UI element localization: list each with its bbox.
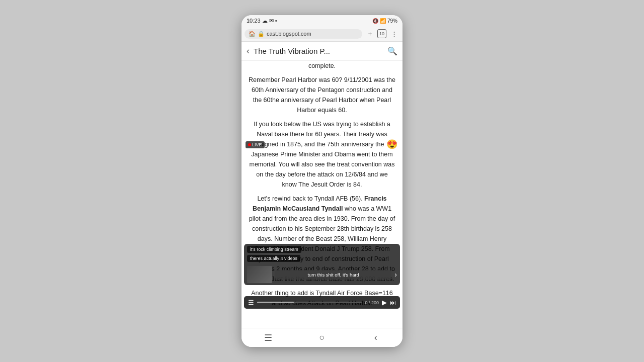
back-button[interactable]: ‹ [247, 46, 250, 56]
new-tab-button[interactable]: ＋ [364, 28, 375, 39]
url-text: cast.blogspot.com [267, 31, 311, 37]
media-player: ☰ 0 / 200 ▶ ⏭ [244, 296, 400, 309]
article-para2: Remember Pearl Harbor was 60? 9/11/2001 … [249, 75, 395, 115]
status-time: 10:23 [247, 18, 261, 24]
nav-home-icon: ○ [319, 332, 325, 343]
player-play-button[interactable]: ▶ [382, 299, 387, 306]
progress-bar[interactable] [257, 302, 362, 303]
live-badge: LIVE [246, 141, 265, 148]
nav-back-button[interactable]: ‹ [366, 330, 386, 345]
video-overlay: it's rock climbing stream theres actuall… [244, 244, 400, 285]
live-dot [248, 143, 251, 146]
page-title: The Truth Vibration P... [254, 47, 383, 55]
nav-back-icon: ‹ [374, 332, 377, 343]
video-thumbnail [247, 266, 272, 283]
nav-menu-button[interactable]: ☰ [258, 330, 278, 345]
phone-frame: 10:23 ☁ ✉ • 🔇 📶 79% 🏠 🔒 cast.blogspot.co… [242, 15, 403, 347]
player-controls: ☰ 0 / 200 ▶ ⏭ [248, 299, 396, 306]
search-button[interactable]: 🔍 [387, 46, 397, 56]
tabs-count[interactable]: 10 [377, 29, 386, 38]
video-tag2: theres actually 4 videos [247, 255, 300, 262]
url-bar[interactable]: 🏠 🔒 cast.blogspot.com [245, 29, 362, 39]
lock-icon: 🔒 [258, 31, 265, 37]
article-para1: complete. [249, 61, 395, 71]
bottom-nav: ☰ ○ ‹ [242, 328, 403, 347]
page-header: ‹ The Truth Vibration P... 🔍 [242, 42, 403, 61]
home-icon: 🏠 [249, 31, 256, 37]
video-cta[interactable]: turn this shit off, it's hard [275, 270, 391, 280]
live-label: LIVE [252, 142, 262, 147]
player-end-button[interactable]: ⏭ [390, 299, 396, 306]
video-info: turn this shit off, it's hard [275, 270, 391, 280]
content-area: complete. Remember Pearl Harbor was 60? … [242, 61, 403, 328]
progress-fill [257, 302, 294, 303]
video-next-button[interactable]: › [394, 270, 397, 279]
battery-text: 79% [387, 18, 397, 24]
status-left: 10:23 ☁ ✉ • [247, 18, 277, 24]
article-para3: If you look below the US was trying to e… [249, 119, 395, 190]
menu-button[interactable]: ⋮ [388, 28, 399, 39]
nav-menu-icon: ☰ [264, 332, 272, 343]
status-icons: ☁ ✉ • [262, 18, 277, 24]
signal-icon: 📶 [380, 18, 386, 24]
browser-bar: 🏠 🔒 cast.blogspot.com ＋ 10 ⋮ [242, 26, 403, 42]
player-time: 0 / 200 [365, 300, 379, 305]
status-bar: 10:23 ☁ ✉ • 🔇 📶 79% [242, 15, 403, 26]
emoji-reaction: 😍 [386, 139, 397, 150]
video-tag1: it's rock climbing stream [247, 246, 301, 253]
video-row: turn this shit off, it's hard › [244, 264, 400, 285]
article-para4-prefix: Let's rewind back to Tyndall AFB (56). [257, 195, 362, 202]
player-menu-button[interactable]: ☰ [248, 299, 254, 306]
nav-home-button[interactable]: ○ [312, 330, 332, 345]
status-right: 🔇 📶 79% [372, 18, 397, 24]
mute-icon: 🔇 [372, 18, 378, 24]
